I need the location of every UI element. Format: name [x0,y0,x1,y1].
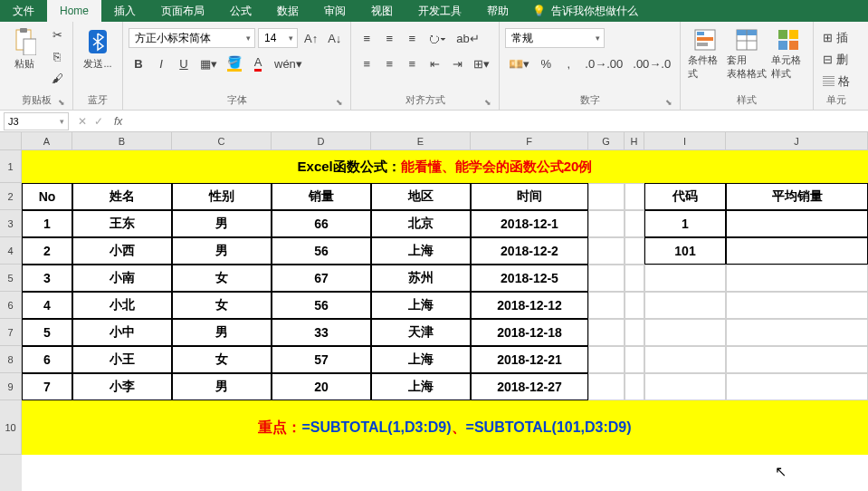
cell[interactable] [588,346,625,373]
cell-no[interactable]: 2 [22,237,72,265]
cell-name[interactable]: 小西 [72,237,172,265]
cell-city[interactable]: 苏州 [371,265,471,292]
col-header[interactable]: G [588,132,625,150]
decrease-font-button[interactable]: A↓ [324,28,345,48]
cell-date[interactable]: 2018-12-12 [471,292,588,319]
cell-sex[interactable]: 女 [172,292,272,319]
cell[interactable] [644,319,726,346]
footer-cell[interactable]: 重点： =SUBTOTAL(1,D3:D9) 、 =SUBTOTAL(101,D… [22,400,868,455]
col-header[interactable]: E [371,132,471,150]
align-right-button[interactable]: ≡ [402,53,422,73]
cell[interactable] [726,319,868,346]
italic-button[interactable]: I [151,53,171,73]
cell[interactable] [588,237,625,265]
cell-avg[interactable] [726,237,868,265]
col-header[interactable]: I [644,132,726,150]
decrease-indent-button[interactable]: ⇤ [424,53,444,73]
cell-code[interactable]: 1 [644,210,726,237]
tab-data[interactable]: 数据 [264,0,311,22]
cell-name[interactable]: 小王 [72,346,172,373]
cell-qty[interactable]: 66 [272,210,371,237]
header-cell[interactable]: 代码 [644,183,726,210]
cell-city[interactable]: 上海 [371,292,471,319]
cell-avg[interactable] [726,210,868,237]
tab-home[interactable]: Home [47,0,101,22]
cell-qty[interactable]: 67 [272,265,371,292]
col-header[interactable]: F [471,132,588,150]
align-top-button[interactable]: ≡ [357,28,377,48]
select-all-corner[interactable] [0,132,22,150]
row-header[interactable]: 10 [0,400,22,455]
cell-date[interactable]: 2018-12-2 [471,237,588,265]
cell[interactable] [588,373,625,400]
cell-city[interactable]: 上海 [371,373,471,400]
orientation-button[interactable]: ⭮▾ [424,28,450,48]
align-bottom-button[interactable]: ≡ [402,28,422,48]
wrap-text-button[interactable]: ab↵ [453,28,482,48]
row-header[interactable]: 1 [0,150,22,183]
cell-no[interactable]: 4 [22,292,72,319]
dialog-launcher-icon[interactable]: ⬊ [58,98,65,107]
cell-date[interactable]: 2018-12-18 [471,319,588,346]
cell[interactable] [644,346,726,373]
tab-developer[interactable]: 开发工具 [405,0,474,22]
cell[interactable] [644,265,726,292]
cell-date[interactable]: 2018-12-5 [471,265,588,292]
cell-sex[interactable]: 男 [172,373,272,400]
tab-view[interactable]: 视图 [358,0,405,22]
format-cells-button[interactable]: ▤ 格 [819,72,854,91]
row-header[interactable]: 9 [0,373,22,400]
cell[interactable] [726,265,868,292]
col-header[interactable]: C [172,132,272,150]
tab-review[interactable]: 审阅 [311,0,358,22]
row-header[interactable]: 7 [0,319,22,346]
underline-button[interactable]: U [174,53,194,73]
cell-qty[interactable]: 33 [272,319,371,346]
cell-name[interactable]: 小南 [72,265,172,292]
name-box[interactable]: J3 [4,112,69,130]
cell[interactable] [644,373,726,400]
tell-me-search[interactable]: 💡 告诉我你想做什么 [521,4,649,19]
tab-file[interactable]: 文件 [0,0,47,22]
bluetooth-send-button[interactable]: 发送... [79,24,117,74]
font-size-combo[interactable]: 14 [258,28,298,48]
col-header[interactable]: A [22,132,72,150]
borders-button[interactable]: ▦▾ [196,53,221,73]
cell[interactable] [588,319,625,346]
cell-name[interactable]: 王东 [72,210,172,237]
cell[interactable] [588,292,625,319]
increase-decimal-button[interactable]: .0→.00 [581,53,626,73]
fill-color-button[interactable]: 🪣 [224,53,245,73]
col-header[interactable]: B [72,132,172,150]
cell[interactable] [625,292,644,319]
cancel-formula-icon[interactable]: ✕ [78,115,87,128]
increase-font-button[interactable]: A↑ [300,28,321,48]
header-cell[interactable]: 姓名 [72,183,172,210]
cell[interactable] [726,346,868,373]
copy-button[interactable]: ⎘ [47,46,67,66]
cell-no[interactable]: 3 [22,265,72,292]
cell-city[interactable]: 天津 [371,319,471,346]
cell-code[interactable]: 101 [644,237,726,265]
confirm-formula-icon[interactable]: ✓ [94,115,103,128]
header-cell[interactable]: 性别 [172,183,272,210]
cell-city[interactable]: 上海 [371,346,471,373]
row-header[interactable]: 5 [0,265,22,292]
col-header[interactable]: D [272,132,371,150]
fx-icon[interactable]: fx [109,115,128,128]
row-header[interactable]: 3 [0,210,22,237]
col-header[interactable]: J [726,132,868,150]
cell[interactable] [726,373,868,400]
currency-button[interactable]: 💴▾ [505,53,533,73]
row-header[interactable]: 2 [0,183,22,210]
row-header[interactable]: 6 [0,292,22,319]
title-cell[interactable]: Excel函数公式： 能看懂、能学会的函数公式20例 [22,150,868,183]
tab-formulas[interactable]: 公式 [217,0,264,22]
paste-button[interactable]: 粘贴 [5,24,43,74]
header-cell[interactable]: 平均销量 [726,183,868,210]
cell-sex[interactable]: 男 [172,237,272,265]
phonetic-button[interactable]: wén▾ [271,53,306,73]
cell[interactable] [588,210,625,237]
comma-button[interactable]: , [558,53,578,73]
header-cell[interactable]: 时间 [471,183,588,210]
